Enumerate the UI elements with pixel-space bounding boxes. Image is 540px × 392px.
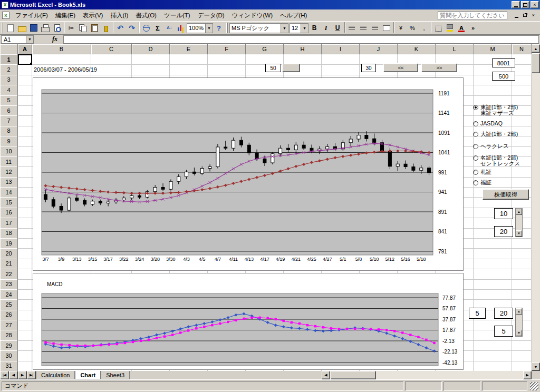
column-header-G[interactable]: G: [246, 44, 284, 54]
new-document-button[interactable]: [5, 22, 16, 34]
scroll-up-button[interactable]: ▲: [532, 44, 540, 53]
row-header-28[interactable]: 28: [0, 330, 18, 340]
toolbar-drag-handle[interactable]: [2, 23, 3, 33]
radio-circle-icon[interactable]: [473, 144, 478, 149]
paste-button[interactable]: [89, 22, 100, 34]
menu-表示(V)[interactable]: 表示(V): [79, 10, 107, 21]
row-header-4[interactable]: 4: [0, 85, 18, 95]
column-header-D[interactable]: D: [132, 44, 170, 54]
column-header-N[interactable]: N: [512, 44, 532, 54]
row-header-23[interactable]: 23: [0, 279, 18, 290]
period-input[interactable]: 50: [265, 64, 281, 72]
font-name-combo[interactable]: MS Pゴシック ▼: [229, 23, 288, 33]
currency-style-button[interactable]: ¥: [395, 22, 407, 34]
row-header-5[interactable]: 5: [0, 95, 18, 106]
fetch-stock-button[interactable]: 株価取得: [483, 189, 529, 200]
menu-データ(D)[interactable]: データ(D): [194, 10, 228, 21]
workbook-icon[interactable]: X: [2, 12, 9, 19]
chevron-down-icon[interactable]: ▼: [281, 24, 288, 33]
menu-ヘルプ(H)[interactable]: ヘルプ(H): [276, 10, 311, 21]
workbook-close-button[interactable]: ×: [529, 12, 537, 19]
spin-up-icon[interactable]: ▲: [516, 209, 522, 215]
print-button[interactable]: [40, 22, 51, 34]
comma-style-button[interactable]: ,: [418, 22, 430, 34]
column-header-L[interactable]: L: [436, 44, 474, 54]
row-header-13[interactable]: 13: [0, 177, 18, 188]
row-header-14[interactable]: 14: [0, 187, 18, 198]
vertical-scroll-thumb[interactable]: [532, 53, 540, 73]
zoom-combo[interactable]: 100% ▼: [187, 23, 213, 33]
tab-prev-button[interactable]: ◀: [9, 371, 18, 379]
ma-spinner[interactable]: ▲ ▼: [515, 208, 523, 237]
column-header-J[interactable]: J: [360, 44, 398, 54]
toolbar-drag-handle[interactable]: [226, 23, 228, 33]
chevron-down-icon[interactable]: ▼: [26, 36, 33, 43]
cell-B2[interactable]: 2006/03/07 - 2006/05/19: [34, 66, 97, 73]
radio-circle-icon[interactable]: [473, 170, 478, 175]
macd-signal-input[interactable]: 5: [494, 326, 513, 337]
macd-long-input[interactable]: 20: [494, 308, 513, 319]
chevron-down-icon[interactable]: ▼: [301, 24, 308, 33]
row-header-6[interactable]: 6: [0, 105, 18, 116]
row-header-2[interactable]: 2: [0, 64, 18, 75]
row-header-19[interactable]: 19: [0, 238, 18, 249]
row-header-7[interactable]: 7: [0, 115, 18, 126]
menu-ファイル(F)[interactable]: ファイル(F): [12, 10, 52, 21]
row-header-16[interactable]: 16: [0, 208, 18, 218]
period-sub-button[interactable]: [282, 64, 300, 72]
row-header-27[interactable]: 27: [0, 320, 18, 330]
row-header-12[interactable]: 12: [0, 166, 18, 177]
close-button[interactable]: ×: [531, 1, 539, 8]
select-all-corner[interactable]: [0, 44, 18, 54]
autosum-button[interactable]: Σ: [152, 22, 163, 34]
sheet-tab-Sheet3[interactable]: Sheet3: [101, 371, 130, 379]
font-color-button[interactable]: A: [456, 22, 467, 34]
macd-short-input[interactable]: 5: [469, 308, 486, 319]
scroll-left-button[interactable]: ◀: [322, 371, 330, 379]
column-header-K[interactable]: K: [398, 44, 436, 54]
scroll-down-button[interactable]: ▼: [532, 362, 540, 371]
question-input[interactable]: [438, 11, 507, 20]
row-header-25[interactable]: 25: [0, 299, 18, 310]
market-radio-5[interactable]: 札証: [473, 169, 491, 175]
column-header-C[interactable]: C: [91, 44, 132, 54]
stock-candlestick-chart[interactable]: 11911141109110419919418918417913/73/93/1…: [33, 77, 464, 271]
redo-button[interactable]: ↷: [126, 22, 138, 34]
market-radio-3[interactable]: ヘラクレス: [473, 143, 509, 149]
formula-input[interactable]: [63, 35, 539, 44]
radio-circle-icon[interactable]: [473, 155, 478, 161]
help-button[interactable]: ?: [213, 22, 225, 34]
column-header-A[interactable]: A: [18, 44, 32, 54]
column-header-I[interactable]: I: [322, 44, 360, 54]
selected-cell-A1[interactable]: [18, 54, 32, 65]
italic-button[interactable]: I: [320, 22, 332, 34]
merge-center-button[interactable]: [381, 22, 392, 34]
align-left-button[interactable]: [346, 22, 358, 34]
market-radio-2[interactable]: 大証(1部・2部): [473, 131, 518, 137]
spin-up-icon[interactable]: ▲: [516, 308, 522, 315]
undo-button[interactable]: ↶: [114, 22, 126, 34]
ma-long-input[interactable]: 20: [494, 226, 513, 237]
radio-circle-icon[interactable]: [473, 180, 478, 185]
save-button[interactable]: [28, 22, 40, 34]
open-folder-button[interactable]: [16, 22, 28, 34]
copy-button[interactable]: [77, 22, 89, 34]
row-header-9[interactable]: 9: [0, 136, 18, 146]
minimize-button[interactable]: [512, 1, 520, 8]
tab-next-button[interactable]: ▶: [18, 371, 27, 379]
menu-編集(E)[interactable]: 編集(E): [52, 10, 79, 21]
print-preview-button[interactable]: [51, 22, 63, 34]
menu-ウィンドウ(W)[interactable]: ウィンドウ(W): [228, 10, 276, 21]
sheet-tab-Calculation[interactable]: Calculation: [36, 371, 75, 379]
excel-app-icon[interactable]: X: [2, 2, 8, 8]
insert-function-button[interactable]: fx: [50, 35, 60, 43]
vertical-scrollbar[interactable]: ▲ ▼: [532, 44, 540, 371]
column-header-H[interactable]: H: [284, 44, 322, 54]
maximize-button[interactable]: [521, 1, 529, 8]
name-box[interactable]: A1 ▼: [1, 35, 34, 44]
menu-書式(O)[interactable]: 書式(O): [132, 10, 160, 21]
row-header-20[interactable]: 20: [0, 248, 18, 259]
column-header-F[interactable]: F: [208, 44, 246, 54]
market-radio-0[interactable]: 東証(1部・2部)東証マザーズ: [473, 104, 518, 116]
macd-spinner[interactable]: ▲ ▼: [515, 308, 523, 337]
